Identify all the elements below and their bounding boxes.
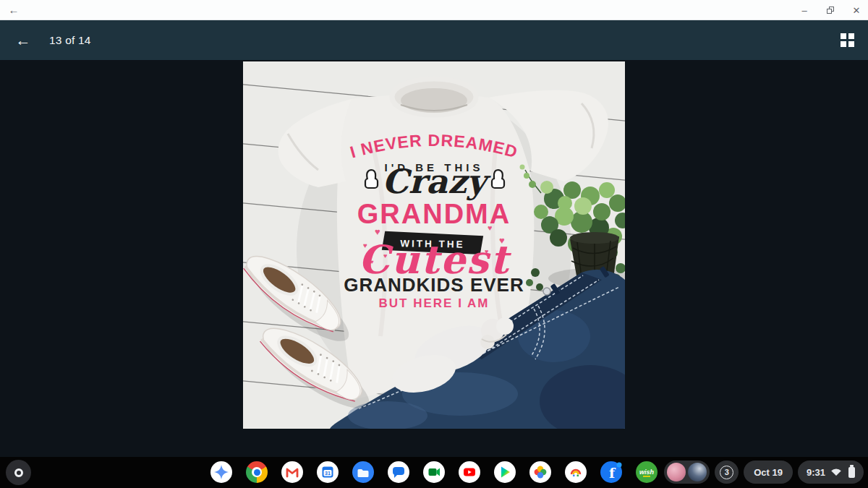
- date-pill[interactable]: Oct 19: [744, 461, 793, 484]
- photo[interactable]: I NEVER DREAMED I'D BE THIS Crazy GRANDM…: [243, 61, 625, 429]
- restore-icon[interactable]: [823, 3, 838, 17]
- assistant-icon: [210, 461, 232, 483]
- shelf-app-meet[interactable]: [423, 461, 445, 483]
- shelf: 31: [0, 457, 868, 488]
- gmail-icon: [281, 461, 303, 483]
- notification-counter[interactable]: 3: [715, 461, 739, 484]
- calendar-icon: 31: [317, 461, 339, 483]
- minimize-icon[interactable]: –: [797, 3, 812, 17]
- notification-count-badge: 3: [720, 466, 733, 479]
- calendar-day: 31: [325, 471, 331, 476]
- shelf-app-files[interactable]: [352, 461, 374, 483]
- close-icon[interactable]: ✕: [849, 3, 864, 17]
- time-label: 9:31: [807, 467, 825, 478]
- notification-thumbnail-1[interactable]: [667, 463, 686, 481]
- window-controls: – ✕: [797, 0, 864, 20]
- status-area: 3 Oct 19 9:31: [664, 461, 864, 484]
- shelf-app-youtube[interactable]: [459, 461, 480, 483]
- browser-back-icon[interactable]: ←: [6, 2, 22, 18]
- shelf-app-play-store[interactable]: [494, 461, 516, 483]
- photos-icon: [529, 461, 551, 483]
- design-line-7: GRANDKIDS EVER: [344, 274, 524, 296]
- browser-titlebar: ← – ✕: [0, 0, 868, 20]
- shelf-app-photos[interactable]: [529, 461, 551, 483]
- chromeos-screen: ← – ✕ ← 13 of 14: [0, 0, 868, 488]
- viewer-canvas: I NEVER DREAMED I'D BE THIS Crazy GRANDM…: [0, 60, 868, 457]
- gallery-appbar: ← 13 of 14: [0, 20, 868, 60]
- design-line-8: BUT HERE I AM: [379, 296, 490, 310]
- grid-view-icon[interactable]: [838, 30, 856, 49]
- gallery-back-button[interactable]: ←: [12, 29, 35, 52]
- messages-icon: [388, 461, 409, 483]
- shelf-apps: 31: [210, 461, 658, 483]
- date-label: Oct 19: [754, 467, 783, 478]
- shelf-app-gmail[interactable]: [281, 461, 303, 483]
- shelf-app-chrome[interactable]: [246, 461, 268, 483]
- wifi-icon: [830, 468, 842, 476]
- rainbow-app-icon: [565, 461, 587, 483]
- battery-icon: [848, 467, 855, 478]
- youtube-icon: [459, 461, 480, 483]
- meet-icon: [423, 461, 445, 483]
- wish-icon: wish: [636, 461, 658, 483]
- shelf-app-facebook[interactable]: f: [600, 461, 622, 483]
- facebook-icon: f: [600, 461, 622, 483]
- svg-text:♥: ♥: [375, 226, 380, 237]
- notification-thumbnail-2[interactable]: [688, 463, 707, 481]
- wish-label: wish: [639, 468, 655, 476]
- shelf-app-rainbow[interactable]: [565, 461, 587, 483]
- notification-thumbnails[interactable]: [664, 461, 710, 484]
- shelf-app-messages[interactable]: [388, 461, 409, 483]
- shelf-app-assistant[interactable]: [210, 461, 232, 483]
- facebook-letter: f: [609, 465, 616, 481]
- thumbs-up-right-icon: [492, 170, 504, 188]
- chrome-icon: [246, 461, 268, 483]
- design-script-1: Crazy: [382, 162, 491, 201]
- launcher-button[interactable]: [6, 460, 31, 485]
- play-store-icon: [494, 461, 516, 483]
- image-counter: 13 of 14: [49, 20, 91, 60]
- files-icon: [352, 461, 374, 483]
- svg-text:♥: ♥: [488, 223, 493, 232]
- launcher-icon: [14, 468, 23, 477]
- shelf-app-calendar[interactable]: 31: [317, 461, 339, 483]
- thumbs-up-left-icon: [365, 170, 378, 188]
- shelf-app-wish[interactable]: wish: [636, 461, 658, 483]
- status-tray[interactable]: 9:31: [798, 461, 864, 484]
